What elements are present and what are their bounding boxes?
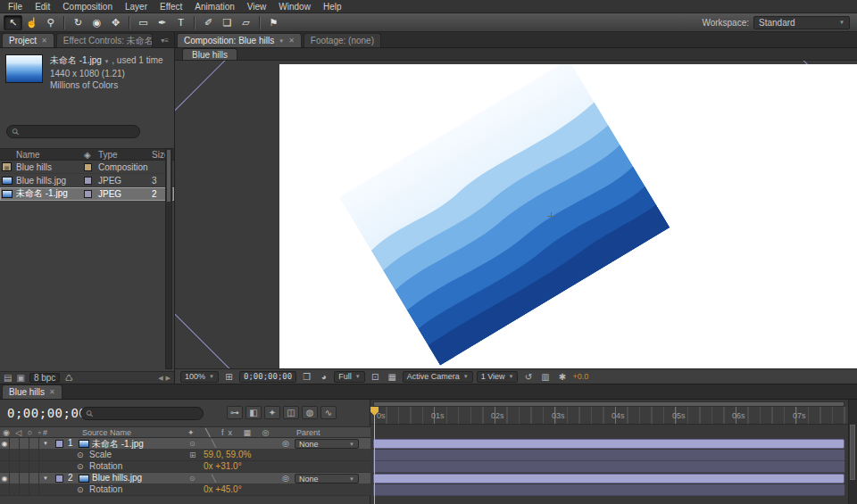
twirl-down-icon[interactable]: ▼ <box>43 475 48 481</box>
layer-row[interactable]: ◉ ▼ 2 Blue hills.jpg ⊙ ╲ ◎ None ▼ <box>0 473 370 484</box>
puppet-pin-tool-icon[interactable]: ⚑ <box>264 15 283 30</box>
solo-cell[interactable] <box>20 473 29 484</box>
project-item-thumbnail[interactable] <box>5 54 43 83</box>
composition-viewer[interactable] <box>175 61 857 368</box>
layer-row[interactable]: ◉ ▼ 1 未命名 -1.jpg ⊙ ╲ ◎ None ▼ <box>0 438 370 450</box>
interpret-footage-icon[interactable]: ▤ <box>4 373 12 383</box>
menu-help[interactable]: Help <box>317 1 348 12</box>
av-cell[interactable] <box>29 484 39 496</box>
rotation-tool-icon[interactable]: ↻ <box>69 15 87 30</box>
pen-tool-icon[interactable]: ✒ <box>153 15 171 30</box>
layer-label-chip[interactable] <box>55 440 63 448</box>
safe-areas-icon[interactable]: ⊞ <box>222 371 236 383</box>
timeline-scrollbar[interactable] <box>848 400 857 504</box>
zoom-tool-icon[interactable]: ⚲ <box>41 15 60 30</box>
brush-tool-icon[interactable]: ✐ <box>199 15 218 30</box>
label-color-chip[interactable] <box>84 190 92 198</box>
pan-behind-tool-icon[interactable]: ✥ <box>106 15 125 30</box>
layer-duration-bar[interactable] <box>373 439 845 449</box>
menu-composition[interactable]: Composition <box>56 1 119 12</box>
property-value[interactable]: 59.0, 59.0% <box>204 450 251 459</box>
av-cell[interactable] <box>0 450 10 461</box>
transparency-grid-icon[interactable]: ▦ <box>386 371 399 383</box>
close-icon[interactable]: ✕ <box>49 388 55 396</box>
stopwatch-icon[interactable]: ⊙ <box>77 485 84 494</box>
time-ruler[interactable]: 0s 01s 02s 03s 04s 05s 06s 07s <box>370 407 848 425</box>
blue-hills-layer-image[interactable] <box>339 64 670 366</box>
layer-duration-bar[interactable] <box>373 474 845 483</box>
av-cell[interactable] <box>29 461 39 473</box>
property-name[interactable]: Rotation <box>89 484 122 494</box>
property-row-scale[interactable]: ⊙ Scale ⊞ 59.0, 59.0% <box>0 450 370 461</box>
twirl-down-icon[interactable]: ▼ <box>43 441 48 446</box>
lock-cell[interactable] <box>29 438 39 450</box>
menu-window[interactable]: Window <box>272 1 317 12</box>
menu-edit[interactable]: Edit <box>29 1 56 12</box>
property-name[interactable]: Scale <box>89 450 112 459</box>
av-cell[interactable] <box>29 450 39 461</box>
eye-icon[interactable]: ◉ <box>0 473 10 484</box>
view-layout-dropdown[interactable]: 1 View ▼ <box>477 371 519 383</box>
comp-timecode-chip[interactable]: 0;00;00;00 <box>239 371 296 383</box>
label-column-icon[interactable]: ◈ <box>84 150 98 160</box>
comp-view-tab[interactable]: Blue hills <box>182 48 237 60</box>
hand-tool-icon[interactable]: ☝ <box>22 15 41 30</box>
show-channel-icon[interactable]: ◕ <box>317 371 330 383</box>
exposure-value[interactable]: +0.0 <box>572 372 588 381</box>
mask-tool-icon[interactable]: ▭ <box>134 15 153 30</box>
draft-3d-icon[interactable]: ◧ <box>245 406 262 419</box>
project-scrollbar[interactable] <box>165 148 172 369</box>
column-parent[interactable]: Parent <box>296 428 320 437</box>
chevron-down-icon[interactable]: ▼ <box>279 38 284 44</box>
project-search-input[interactable] <box>22 127 134 136</box>
type-tool-icon[interactable]: T <box>171 15 190 30</box>
project-bit-depth[interactable]: 8 bpc <box>29 373 60 383</box>
scrollbar-thumb[interactable] <box>850 425 855 480</box>
property-row-rotation[interactable]: ⊙ Rotation 0x +31.0° <box>0 461 370 473</box>
tab-composition[interactable]: Composition: Blue hills ▼ ✕ <box>177 33 302 47</box>
menu-view[interactable]: View <box>241 1 273 12</box>
panel-menu-icon[interactable]: ▾≡ <box>157 37 172 47</box>
label-color-chip[interactable] <box>84 163 92 171</box>
tab-footage[interactable]: Footage: (none) <box>304 33 381 47</box>
timeline-search-input[interactable] <box>96 409 197 418</box>
layer-switches-icons[interactable]: ⊙ ╲ <box>189 440 223 448</box>
clone-stamp-tool-icon[interactable]: ❏ <box>218 15 237 30</box>
property-row-rotation[interactable]: ⊙ Rotation 0x +45.0° <box>0 484 370 496</box>
column-number[interactable]: # <box>43 428 47 437</box>
av-cell[interactable] <box>0 461 10 473</box>
solo-cell[interactable] <box>20 438 29 450</box>
region-of-interest-icon[interactable]: ⊡ <box>369 371 382 383</box>
av-cell[interactable] <box>10 484 20 496</box>
eraser-tool-icon[interactable]: ▱ <box>237 15 255 30</box>
layer-source-name[interactable]: Blue hills.jpg <box>92 473 142 483</box>
av-cell[interactable] <box>20 484 29 496</box>
table-row[interactable]: ▦ Blue hills Composition <box>0 161 174 174</box>
camera-tool-icon[interactable]: ◉ <box>87 15 106 30</box>
menu-effect[interactable]: Effect <box>154 1 188 12</box>
parent-dropdown[interactable]: None ▼ <box>295 439 359 449</box>
current-time-indicator-line[interactable] <box>374 407 375 504</box>
selection-tool-icon[interactable]: ↖ <box>4 15 22 30</box>
tab-effect-controls[interactable]: Effect Controls: 未命名 <box>56 33 153 47</box>
layer-switches-icons[interactable]: ⊙ ╲ <box>189 475 223 483</box>
current-time-display[interactable]: 0;00;00;00 <box>7 406 87 420</box>
layer-source-name[interactable]: 未命名 -1.jpg <box>92 438 144 450</box>
table-row[interactable]: Blue hills.jpg JPEG 3 <box>0 174 174 187</box>
property-name[interactable]: Rotation <box>89 461 122 471</box>
tab-project[interactable]: Project ✕ <box>2 33 54 47</box>
audio-cell[interactable] <box>10 438 20 450</box>
new-folder-icon[interactable]: ▣ <box>16 373 24 383</box>
av-cell[interactable] <box>10 450 20 461</box>
menu-animation[interactable]: Animation <box>188 1 240 12</box>
stopwatch-icon[interactable]: ⊙ <box>77 462 84 471</box>
menu-layer[interactable]: Layer <box>119 1 154 12</box>
pickwhip-icon[interactable]: ◎ <box>282 474 289 483</box>
column-type[interactable]: Type <box>98 150 152 160</box>
av-cell[interactable] <box>0 484 10 496</box>
motion-blur-icon[interactable]: ◍ <box>302 406 318 419</box>
frame-blending-icon[interactable]: ◫ <box>283 406 299 419</box>
scroll-left-icon[interactable]: ◀ <box>158 375 162 382</box>
graph-editor-icon[interactable]: ∿ <box>320 406 337 419</box>
layer-label-chip[interactable] <box>55 475 63 483</box>
